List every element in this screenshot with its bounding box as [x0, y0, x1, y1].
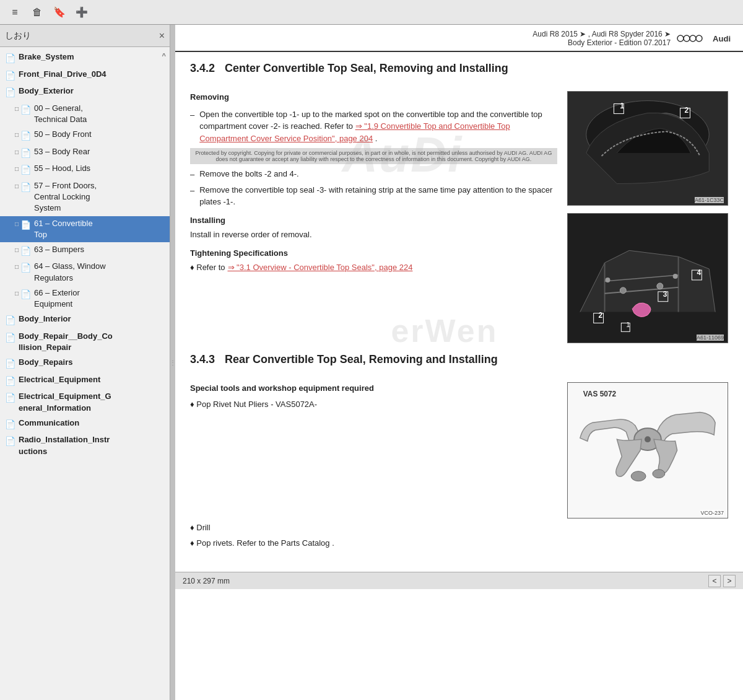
doc-icon: 📄: [20, 262, 31, 274]
sidebar-item-label: 66 – ExteriorEquipment: [34, 287, 166, 310]
folder-icon: 📄: [5, 375, 15, 388]
sidebar-item-label: Electrical_Equipment: [19, 374, 166, 385]
image-1-svg: 1 2: [568, 91, 728, 206]
svg-point-30: [653, 470, 665, 478]
bookmark-icon[interactable]: 🔖: [51, 4, 68, 21]
doc-edition-info: Body Exterior - Edition 07.2017: [532, 38, 671, 47]
sidebar-item-front-final-drive[interactable]: 📄 Front_Final_Drive_0D4: [0, 67, 170, 84]
sidebar-item-57-front-doors[interactable]: □ 📄 57 – Front Doors,Central LockingSyst…: [0, 178, 170, 216]
sidebar-item-label: 00 – General,Technical Data: [34, 103, 166, 125]
sidebar-item-label: 53 – Body Rear: [34, 146, 166, 157]
image-convertible-top-1: 1 2 A61-1C33C: [567, 91, 728, 206]
doc-icon: 📄: [20, 164, 31, 177]
folder-icon: 📄: [5, 87, 15, 99]
svg-point-14: [657, 283, 663, 289]
sidebar-item-electrical-general[interactable]: 📄 Electrical_Equipment_General_Informati…: [0, 389, 170, 415]
sidebar-item-63-bumpers[interactable]: □ 📄 63 – Bumpers: [0, 242, 170, 260]
audi-brand-label: Audi: [713, 34, 731, 43]
sidebar-tree: 📄 Brake_System ^ 📄 Front_Final_Drive_0D4…: [0, 47, 170, 700]
sidebar-item-61-convertible-top[interactable]: □ 📄 61 – ConvertibleTop: [0, 216, 170, 242]
top-toolbar: ≡ 🗑 🔖 ➕: [0, 0, 743, 25]
link-1[interactable]: ⇒ "1.9 Convertible Top and Convertible T…: [199, 121, 510, 143]
svg-text:2: 2: [685, 106, 689, 115]
sidebar-item-53-body-rear[interactable]: □ 📄 53 – Body Rear: [0, 144, 170, 162]
sidebar-item-label: Body_Repair__Body_Collision_Repair: [19, 331, 166, 353]
special-tools-title: Special tools and workshop equipment req…: [190, 382, 557, 395]
resize-handle[interactable]: ⋮: [170, 25, 175, 700]
sidebar-item-label: 55 – Hood, Lids: [34, 163, 166, 174]
sidebar-item-body-interior[interactable]: 📄 Body_Interior: [0, 312, 170, 329]
sidebar-item-communication[interactable]: 📄 Communication: [0, 416, 170, 433]
image-2-caption: A61-11069: [697, 335, 724, 341]
sidebar-item-label: 50 – Body Front: [34, 129, 166, 140]
sidebar-item-body-exterior[interactable]: 📄 Body_Exterior: [0, 84, 170, 101]
svg-point-1: [684, 35, 690, 42]
expand-icon: □: [15, 246, 19, 255]
tightening-link[interactable]: ⇒ "3.1 Overview - Convertible Top Seals"…: [228, 261, 413, 274]
sidebar-item-body-repairs[interactable]: 📄 Body_Repairs: [0, 355, 170, 372]
svg-text:3: 3: [663, 290, 667, 299]
doc-icon: 📄: [20, 289, 31, 301]
sidebar-close-button[interactable]: ×: [159, 30, 165, 42]
sidebar-item-label: Communication: [19, 418, 166, 429]
folder-icon: 📄: [5, 392, 15, 405]
doc-icon: 📄: [20, 245, 31, 258]
sidebar-item-body-repair[interactable]: 📄 Body_Repair__Body_Collision_Repair: [0, 329, 170, 355]
expand-icon: □: [15, 182, 19, 191]
folder-icon: 📄: [5, 315, 15, 327]
doc-header: Audi R8 2015 ➤ , Audi R8 Spyder 2016 ➤ B…: [175, 25, 743, 52]
tightening-link-item: ♦ Refer to ⇒ "3.1 Overview - Convertible…: [190, 261, 557, 274]
add-icon[interactable]: ➕: [73, 4, 90, 21]
sidebar-item-label: 57 – Front Doors,Central LockingSystem: [34, 180, 166, 214]
image-1-caption: A61-1C33C: [695, 197, 724, 203]
sidebar-item-label: Brake_System: [19, 51, 162, 63]
drill-item: ♦ Drill: [190, 522, 557, 534]
section-343-additional: ♦ Drill ♦ Pop rivets. Refer to the Parts…: [190, 522, 557, 549]
sidebar-item-55-hood[interactable]: □ 📄 55 – Hood, Lids: [0, 161, 170, 178]
pop-rivets-item: ♦ Pop rivets. Refer to the Parts Catalog…: [190, 537, 557, 549]
sidebar-item-00-general[interactable]: □ 📄 00 – General,Technical Data: [0, 101, 170, 127]
tightening-prefix: ♦ Refer to: [190, 261, 225, 274]
scroll-left-button[interactable]: <: [708, 575, 721, 587]
doc-content: AuDi erWen 3.4.2 Center Convertible Top …: [175, 52, 743, 572]
sidebar-item-brake-system[interactable]: 📄 Brake_System ^: [0, 50, 170, 67]
folder-icon: 📄: [5, 70, 15, 82]
scroll-nav: < >: [708, 575, 736, 587]
tightening-title: Tightening Specifications: [190, 247, 557, 260]
sidebar-item-electrical[interactable]: 📄 Electrical_Equipment: [0, 372, 170, 390]
image-3-svg: VAS 5072: [568, 382, 728, 518]
svg-point-0: [677, 35, 684, 42]
sidebar-item-label: 64 – Glass, WindowRegulators: [34, 261, 166, 283]
doc-icon: 📄: [20, 130, 31, 142]
folder-icon: 📄: [5, 332, 15, 344]
page-dimensions: 210 x 297 mm: [183, 577, 703, 585]
sidebar-item-label: Body_Exterior: [19, 85, 166, 97]
sidebar-item-radio[interactable]: 📄 Radio_Installation_Instructions: [0, 432, 170, 458]
sidebar-item-50-body-front[interactable]: □ 📄 50 – Body Front: [0, 127, 170, 144]
svg-text:4: 4: [697, 268, 701, 277]
expand-icon: □: [15, 165, 19, 173]
sidebar-item-66-exterior[interactable]: □ 📄 66 – ExteriorEquipment: [0, 286, 170, 312]
sidebar-item-64-glass[interactable]: □ 📄 64 – Glass, WindowRegulators: [0, 259, 170, 285]
status-bar: 210 x 297 mm < >: [175, 572, 743, 589]
sidebar-item-label: Body_Repairs: [19, 357, 166, 368]
section-342-number: 3.4.2: [190, 62, 215, 75]
svg-point-15: [606, 278, 610, 282]
dash-icon: –: [190, 168, 194, 181]
removing-label: Removing: [190, 91, 557, 103]
svg-text:2: 2: [599, 312, 603, 320]
bullet-2-text: Remove the bolts -2 and 4-.: [199, 168, 298, 180]
svg-text:VAS 5072: VAS 5072: [583, 390, 617, 398]
doc-icon: 📄: [20, 182, 31, 194]
sidebar: しおり × 📄 Brake_System ^ 📄 Front_Final_Dri…: [0, 25, 170, 700]
section-342-title: Center Convertible Top Seal, Removing an…: [225, 62, 508, 75]
image-3-caption: VCO-237: [700, 510, 724, 516]
menu-icon[interactable]: ≡: [6, 4, 24, 21]
scroll-right-button[interactable]: >: [723, 575, 736, 587]
section-342-header: 3.4.2 Center Convertible Top Seal, Remov…: [190, 62, 728, 82]
doc-header-text: Audi R8 2015 ➤ , Audi R8 Spyder 2016 ➤ B…: [532, 30, 671, 47]
bullet-1-text: Open the convertible top -1- up to the m…: [199, 108, 557, 145]
delete-icon[interactable]: 🗑: [28, 4, 46, 21]
tool-1-text: ♦ Pop Rivet Nut Pliers - VAS5072A-: [190, 398, 317, 411]
svg-point-16: [673, 274, 678, 279]
